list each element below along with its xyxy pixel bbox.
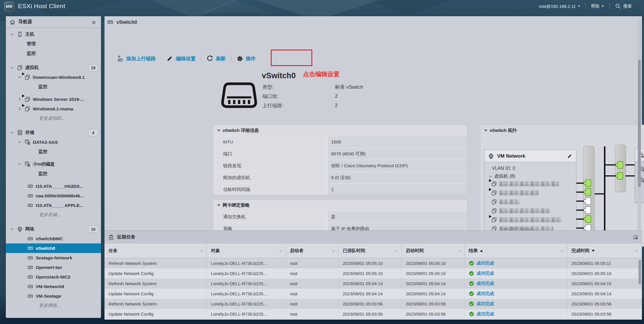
column-header-2[interactable]: 对象 xyxy=(207,244,286,258)
main-scrollbar-thumb[interactable] xyxy=(638,60,641,187)
connection-line xyxy=(625,175,635,176)
sidebar-item-t10-ata_____hs2ds-[interactable]: t10.ATA_____HS2DS... xyxy=(6,181,101,191)
expand-tasks-icon[interactable] xyxy=(633,235,638,240)
sidebar-item-t10-ata_____apple-[interactable]: t10.ATA_____APPLE... xyxy=(6,201,101,210)
sidebar-item-label: 监控 xyxy=(27,50,36,57)
port-tab xyxy=(616,174,618,178)
edit-settings-button[interactable]: 编辑设置 xyxy=(166,55,196,62)
sidebar-item-小m的磁盘[interactable]: 小m的磁盘 xyxy=(6,159,101,169)
chevron-right-icon xyxy=(17,97,22,101)
sidebar-item-data2-sas[interactable]: DATA2-SAS xyxy=(6,137,101,147)
tasks-scrollbar-thumb[interactable] xyxy=(638,260,641,284)
topology-vm-item[interactable] xyxy=(491,216,562,223)
sidebar-item-监控[interactable]: 监控 xyxy=(6,169,101,179)
column-header-1[interactable]: 任务 xyxy=(104,244,207,258)
port-tab xyxy=(616,163,618,167)
topology-panel-header[interactable]: vSwitch 拓扑 xyxy=(480,125,644,136)
chevron-down-icon xyxy=(602,6,604,7)
column-menu-icon[interactable] xyxy=(635,249,639,253)
column-menu-icon[interactable] xyxy=(560,249,564,253)
vswitch-port xyxy=(585,188,591,196)
sidebar-item-label: 监控 xyxy=(38,84,47,90)
topology-vm-item[interactable] xyxy=(491,207,550,214)
search-control[interactable]: 搜索 xyxy=(609,0,637,12)
success-check-icon xyxy=(469,301,474,307)
sidebar-item-vswitchbmc[interactable]: vSwitchBMC xyxy=(6,234,101,243)
column-menu-icon[interactable] xyxy=(457,249,461,253)
column-header-3[interactable]: 启动者 xyxy=(286,244,339,258)
sidebar-item-windows-server-2019-[interactable]: Windows Server 2019-... xyxy=(6,94,101,104)
summary-row: 上行链路:2 xyxy=(262,101,425,110)
redacted-vm-name xyxy=(499,199,520,204)
sidebar-item-label: VM-Seatage xyxy=(36,294,61,299)
task-row[interactable]: Update Network ConfigLonelyJs-DELL-R730.… xyxy=(104,268,642,279)
sidebar-item-windows8-1-mama[interactable]: Windows8.1-mama xyxy=(6,104,101,114)
edit-port-group-icon[interactable] xyxy=(567,153,573,159)
count-badge: 10 xyxy=(88,225,98,233)
user-menu[interactable]: root@192.168.2.11 xyxy=(533,0,585,12)
task-row[interactable]: Refresh Network SystemLonelyJs-DELL-R730… xyxy=(104,299,642,309)
vmware-logo[interactable]: vm xyxy=(4,1,14,11)
sidebar-item-vm-seatage[interactable]: VM-Seatage xyxy=(6,291,101,301)
sidebar-item-存储[interactable]: 存储4 xyxy=(6,128,101,137)
sidebar-item-虚拟机[interactable]: 虚拟机19 xyxy=(6,63,101,72)
sidebar-item-主机[interactable]: 主机 xyxy=(6,30,101,39)
column-menu-icon[interactable] xyxy=(279,249,283,253)
sidebar-item-监控[interactable]: 监控 xyxy=(6,49,101,58)
sidebar-item-更多虚拟机-[interactable]: 更多虚拟机... xyxy=(6,114,101,123)
sidebar-item-linwenxuan-windows8-1[interactable]: linwenxuan-Windows8.1 xyxy=(6,72,101,82)
sidebar-item-label: vSwitchBMC xyxy=(36,236,63,241)
sidebar-item-vm-network9[interactable]: VM-Network9 xyxy=(6,282,101,291)
vm-icon xyxy=(24,96,31,103)
topology-vm-item[interactable] xyxy=(491,180,559,188)
refresh-button[interactable]: 刷新 xyxy=(206,55,226,62)
sidebar-item-网络[interactable]: 网络10 xyxy=(6,224,101,234)
sidebar-item-seatage-network[interactable]: Seatage-Network xyxy=(6,253,101,263)
toolbar-button-label: 添加上行链路 xyxy=(126,55,156,62)
vm-count-label[interactable]: 虚拟机 (8) xyxy=(488,173,515,179)
sidebar-item-label: 小m的磁盘 xyxy=(33,161,55,167)
actions-button[interactable]: 操作 xyxy=(237,55,256,62)
add-uplink-button[interactable]: 添加上行链路 xyxy=(116,55,156,62)
sidebar-item-label: 监控 xyxy=(38,149,47,155)
sidebar-item-openstack-nic2[interactable]: Openstack-NIC2 xyxy=(6,272,101,282)
sidebar-item-naa-5000c500696b46-[interactable]: naa.5000c500696b46... xyxy=(6,191,101,201)
topology-vm-item[interactable] xyxy=(491,198,520,205)
task-row[interactable]: Update Network ConfigLonelyJs-DELL-R730.… xyxy=(104,289,642,299)
column-header-6[interactable]: 结果 xyxy=(465,244,567,258)
property-label: 通知交换机 xyxy=(213,211,327,223)
column-menu-icon[interactable] xyxy=(331,249,335,253)
sidebar-item-管理[interactable]: 管理 xyxy=(6,39,101,49)
sidebar-item-更多网络-[interactable]: 更多网络... xyxy=(6,301,101,310)
sidebar-item-openwrt-lan[interactable]: Openwrt-lan xyxy=(6,263,101,272)
task-row[interactable]: Refresh Network SystemLonelyJs-DELL-R730… xyxy=(104,279,642,289)
help-menu[interactable]: 帮助 xyxy=(586,0,609,12)
sidebar-item-label: DATA2-SAS xyxy=(33,140,58,145)
column-header-7[interactable]: 完成时间 xyxy=(567,244,642,258)
sidebar-item-vswitch0[interactable]: vSwitch0 xyxy=(6,243,101,253)
task-cell: 成功完成 xyxy=(465,268,567,279)
powered-on-icon xyxy=(22,72,25,75)
teaming-panel-header[interactable]: 网卡绑定策略 xyxy=(213,200,467,211)
details-panel-header[interactable]: vSwitch 详细信息 xyxy=(213,125,467,136)
datastore-icon xyxy=(24,161,31,168)
topology-vm-item[interactable] xyxy=(491,189,539,196)
sidebar-item-label: 虚拟机 xyxy=(25,65,39,71)
collapse-sidebar-button[interactable]: « xyxy=(90,19,98,25)
property-label: 信标时间间隔 xyxy=(213,184,327,195)
sidebar-item-更多存储-[interactable]: 更多存储... xyxy=(6,210,101,220)
task-cell: Refresh Network System xyxy=(104,279,207,289)
column-menu-icon[interactable] xyxy=(394,249,398,253)
column-header-4[interactable]: 已排队时间 xyxy=(339,244,402,258)
sidebar-item-监控[interactable]: 监控 xyxy=(6,147,101,156)
task-row[interactable]: Update Network ConfigLonelyJs-DELL-R730.… xyxy=(104,309,642,319)
column-header-5[interactable]: 启动时间 xyxy=(402,244,465,258)
column-menu-icon[interactable] xyxy=(200,249,204,253)
vswitch-port xyxy=(585,215,591,223)
task-cell: LonelyJs-DELL-R730.b225... xyxy=(207,258,286,268)
task-row[interactable]: Refresh Network SystemLonelyJs-DELL-R730… xyxy=(104,258,642,268)
sidebar-item-监控[interactable]: 监控 xyxy=(6,82,101,92)
task-cell: 2023/08/01 05:05:10 xyxy=(567,268,642,279)
disk-icon xyxy=(27,202,34,209)
column-header-label: 对象 xyxy=(211,248,220,254)
